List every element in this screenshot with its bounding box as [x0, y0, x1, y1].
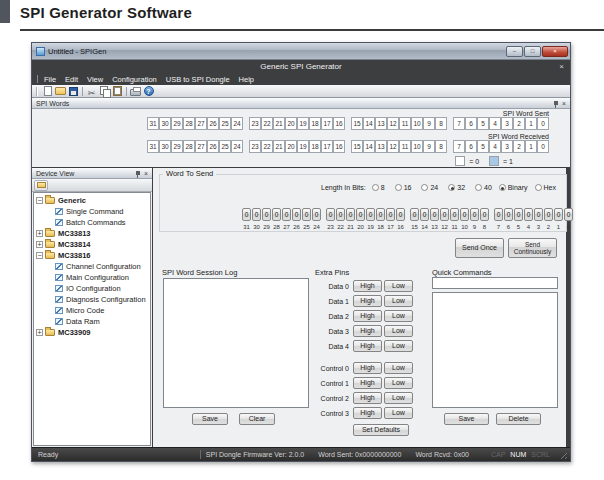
menu-file[interactable]: File — [44, 75, 56, 84]
send-once-button[interactable]: Send Once — [455, 238, 504, 258]
pin-control-3-low-button[interactable]: Low — [384, 407, 413, 419]
session-log-list[interactable] — [163, 278, 309, 408]
tree-node-single-command[interactable]: Single Command — [34, 206, 150, 217]
window-titlebar[interactable]: Untitled - SPIGen –□× — [32, 43, 570, 60]
send-continuously-button[interactable]: Send Continuously — [508, 238, 557, 258]
word-bit-27-toggle[interactable]: 0 — [282, 208, 291, 221]
quick-commands-list[interactable] — [432, 292, 558, 408]
tree-node-mc33814[interactable]: +MC33814 — [34, 239, 150, 250]
word-bit-22-toggle[interactable]: 0 — [336, 208, 345, 221]
pin-data-4-high-button[interactable]: High — [353, 340, 382, 352]
word-bit-23-toggle[interactable]: 0 — [326, 208, 335, 221]
toolbar-grip[interactable] — [36, 87, 38, 96]
pin-control-0-low-button[interactable]: Low — [384, 362, 413, 374]
pin-control-2-low-button[interactable]: Low — [384, 392, 413, 404]
pin-control-1-low-button[interactable]: Low — [384, 377, 413, 389]
toolbar-paste-button[interactable] — [111, 85, 124, 97]
pin-data-0-low-button[interactable]: Low — [384, 280, 413, 292]
expand-icon[interactable]: + — [36, 241, 43, 248]
close-icon[interactable]: × — [562, 100, 566, 107]
radio-length-16[interactable]: 16 — [395, 184, 412, 191]
word-bit-29-toggle[interactable]: 0 — [262, 208, 271, 221]
word-bit-15-toggle[interactable]: 0 — [410, 208, 419, 221]
tree-node-generic[interactable]: −Generic — [34, 195, 150, 206]
pin-data-4-low-button[interactable]: Low — [384, 340, 413, 352]
menu-edit[interactable]: Edit — [65, 75, 78, 84]
menu-configuration[interactable]: Configuration — [112, 75, 157, 84]
collapse-icon[interactable]: − — [36, 252, 43, 259]
pin-control-2-high-button[interactable]: High — [353, 392, 382, 404]
word-bit-14-toggle[interactable]: 0 — [420, 208, 429, 221]
word-bit-6-toggle[interactable]: 0 — [504, 208, 513, 221]
device-view-toolbar-button[interactable] — [34, 180, 48, 191]
word-bit-11-toggle[interactable]: 0 — [450, 208, 459, 221]
menu-usb-to-spi-dongle[interactable]: USB to SPI Dongle — [166, 75, 230, 84]
toolbar-save-button[interactable] — [67, 85, 80, 97]
word-bit-5-toggle[interactable]: 0 — [514, 208, 523, 221]
word-bit-19-toggle[interactable]: 0 — [366, 208, 375, 221]
document-close-icon[interactable]: × — [559, 61, 564, 72]
quick-command-input[interactable] — [432, 277, 558, 289]
pin-data-1-low-button[interactable]: Low — [384, 295, 413, 307]
word-bit-7-toggle[interactable]: 0 — [494, 208, 503, 221]
pin-icon[interactable] — [554, 101, 558, 105]
pin-data-0-high-button[interactable]: High — [353, 280, 382, 292]
word-bit-31-toggle[interactable]: 0 — [242, 208, 251, 221]
session-log-clear-button[interactable]: Clear — [239, 413, 275, 425]
word-bit-26-toggle[interactable]: 0 — [292, 208, 301, 221]
word-bit-17-toggle[interactable]: 0 — [386, 208, 395, 221]
menu-help[interactable]: Help — [239, 75, 254, 84]
toolbar-cut-button[interactable] — [85, 85, 98, 97]
tree-node-mc33909[interactable]: +MC33909 — [34, 327, 150, 338]
tree-node-main-configuration[interactable]: Main Configuration — [34, 272, 150, 283]
word-bit-20-toggle[interactable]: 0 — [356, 208, 365, 221]
toolbar-about-button[interactable] — [142, 85, 155, 97]
radio-format-hex[interactable]: Hex — [535, 184, 556, 191]
menu-grip[interactable] — [37, 75, 38, 83]
pin-data-3-low-button[interactable]: Low — [384, 325, 413, 337]
expand-icon[interactable]: + — [36, 329, 43, 336]
tree-node-diagnosis-configuration[interactable]: Diagnosis Configuration — [34, 294, 150, 305]
tree-node-mc33813[interactable]: +MC33813 — [34, 228, 150, 239]
word-bit-28-toggle[interactable]: 0 — [272, 208, 281, 221]
pin-control-0-high-button[interactable]: High — [353, 362, 382, 374]
word-bit-21-toggle[interactable]: 0 — [346, 208, 355, 221]
word-bit-16-toggle[interactable]: 0 — [396, 208, 405, 221]
tree-node-io-configuration[interactable]: IO Configuration — [34, 283, 150, 294]
word-bit-30-toggle[interactable]: 0 — [252, 208, 261, 221]
pin-icon[interactable] — [136, 171, 140, 175]
word-bit-0-toggle[interactable]: 0 — [564, 208, 573, 221]
resize-grip-icon[interactable] — [558, 450, 567, 459]
quick-command-save-button[interactable]: Save — [444, 413, 489, 425]
set-defaults-button[interactable]: Set Defaults — [353, 424, 409, 436]
pin-control-3-high-button[interactable]: High — [353, 407, 382, 419]
close-icon[interactable]: × — [144, 170, 148, 177]
close-button[interactable]: × — [542, 46, 568, 57]
toolbar-print-button[interactable] — [129, 85, 142, 97]
quick-command-delete-button[interactable]: Delete — [496, 413, 541, 425]
expand-icon[interactable]: + — [36, 230, 43, 237]
tree-node-batch-commands[interactable]: Batch Commands — [34, 217, 150, 228]
collapse-icon[interactable]: − — [36, 197, 43, 204]
word-bit-3-toggle[interactable]: 0 — [534, 208, 543, 221]
pin-data-2-high-button[interactable]: High — [353, 310, 382, 322]
pin-data-3-high-button[interactable]: High — [353, 325, 382, 337]
radio-format-binary[interactable]: Binary — [499, 184, 528, 191]
word-bit-12-toggle[interactable]: 0 — [440, 208, 449, 221]
word-bit-2-toggle[interactable]: 0 — [544, 208, 553, 221]
word-bit-9-toggle[interactable]: 0 — [470, 208, 479, 221]
word-bit-4-toggle[interactable]: 0 — [524, 208, 533, 221]
tree-node-channel-configuration[interactable]: Channel Configuration — [34, 261, 150, 272]
word-bit-10-toggle[interactable]: 0 — [460, 208, 469, 221]
toolbar-copy-button[interactable] — [98, 85, 111, 97]
radio-length-32[interactable]: 32 — [448, 184, 465, 191]
pin-data-1-high-button[interactable]: High — [353, 295, 382, 307]
pin-control-1-high-button[interactable]: High — [353, 377, 382, 389]
word-bit-25-toggle[interactable]: 0 — [302, 208, 311, 221]
maximize-button[interactable]: □ — [524, 46, 541, 57]
word-bit-8-toggle[interactable]: 0 — [480, 208, 489, 221]
radio-length-40[interactable]: 40 — [475, 184, 492, 191]
tree-node-mc33816[interactable]: −MC33816 — [34, 250, 150, 261]
radio-length-8[interactable]: 8 — [372, 184, 385, 191]
minimize-button[interactable]: – — [506, 46, 523, 57]
